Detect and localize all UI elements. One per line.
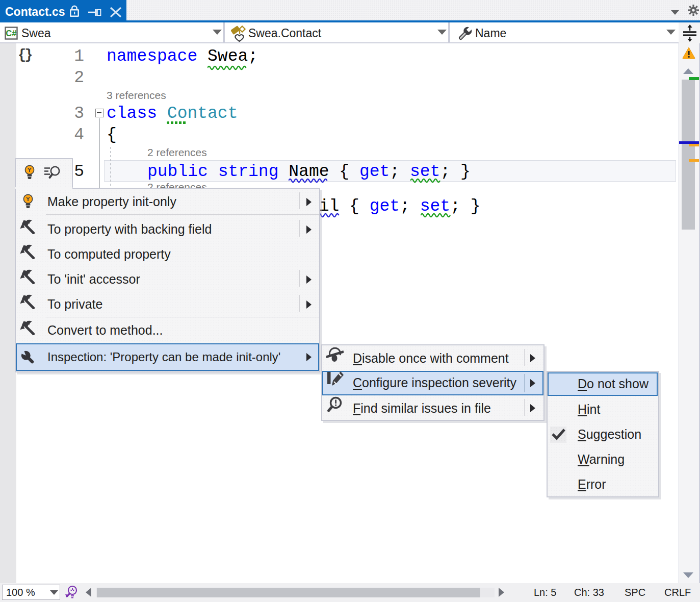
svg-text:C#: C#: [6, 29, 16, 38]
